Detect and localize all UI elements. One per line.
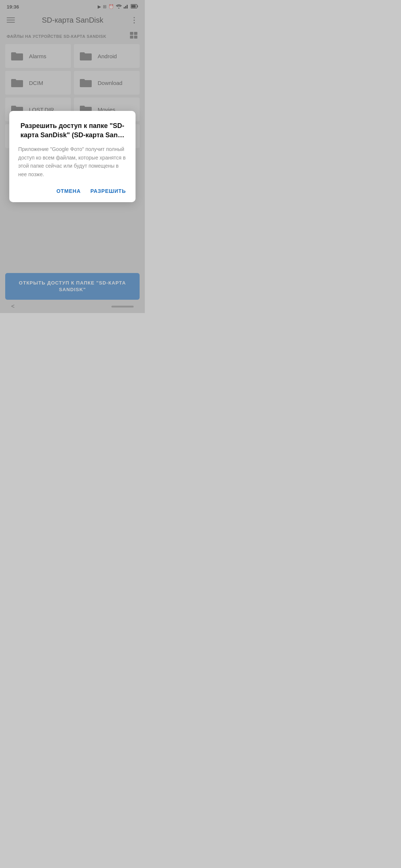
dialog-body: Приложение "Google Фото" получит полный …: [18, 145, 127, 178]
dialog-cancel-button[interactable]: ОТМЕНА: [56, 187, 81, 195]
dialog-confirm-button[interactable]: РАЗРЕШИТЬ: [89, 187, 127, 195]
dialog-actions: ОТМЕНА РАЗРЕШИТЬ: [18, 187, 127, 195]
permission-dialog: Разрешить доступ к папке "SD-карта SanDi…: [9, 111, 136, 202]
dialog-title: Разрешить доступ к папке "SD-карта SanDi…: [18, 121, 127, 140]
dialog-overlay: Разрешить доступ к папке "SD-карта SanDi…: [0, 0, 145, 313]
